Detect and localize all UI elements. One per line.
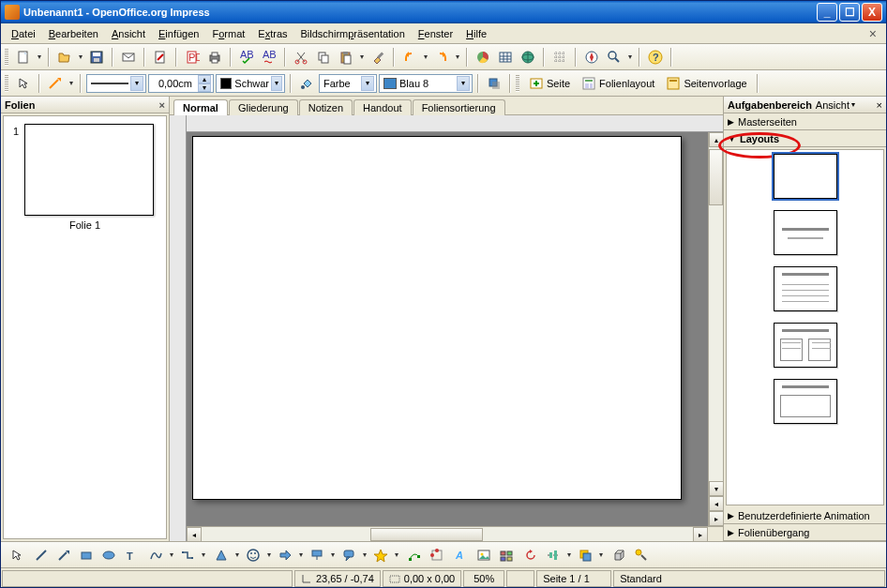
maximize-button[interactable]: ☐ — [839, 3, 860, 22]
menu-edit[interactable]: Bearbeiten — [42, 26, 105, 41]
section-slide-transition[interactable]: ▶Folienübergang — [724, 524, 886, 541]
export-pdf-button[interactable]: PDF — [182, 47, 203, 68]
slide-canvas[interactable] — [192, 136, 682, 500]
layout-title-content[interactable] — [774, 266, 837, 311]
shadow-button[interactable] — [484, 73, 504, 94]
undo-dropdown[interactable]: ▾ — [422, 53, 429, 61]
chart-button[interactable] — [473, 47, 493, 68]
paste-dropdown[interactable]: ▾ — [358, 53, 366, 61]
block-arrows-tool[interactable] — [275, 545, 295, 565]
hyperlink-button[interactable] — [518, 47, 538, 68]
layout-title-only[interactable] — [774, 379, 837, 424]
rotate-tool[interactable] — [520, 545, 541, 565]
basic-shapes-tool[interactable] — [211, 545, 232, 565]
edit-file-button[interactable] — [150, 47, 171, 68]
undo-button[interactable] — [399, 47, 420, 68]
new-button[interactable] — [13, 47, 34, 68]
interaction-tool[interactable] — [631, 545, 652, 565]
extrusion-tool[interactable] — [609, 545, 629, 565]
line-arrow-end-button[interactable] — [45, 73, 66, 94]
tab-notes[interactable]: Notizen — [299, 99, 353, 115]
grid-button[interactable] — [549, 47, 570, 68]
rectangle-tool[interactable] — [76, 545, 97, 565]
stars-tool[interactable] — [370, 545, 391, 565]
slide-thumbnail-1[interactable] — [24, 124, 154, 216]
toolbar-grip[interactable] — [5, 49, 8, 66]
toolbar-grip-2[interactable] — [5, 75, 8, 92]
fill-bucket-button[interactable] — [296, 73, 317, 94]
fontwork-tool[interactable]: A — [451, 545, 472, 565]
redo-button[interactable] — [431, 47, 452, 68]
menu-file[interactable]: Datei — [5, 26, 42, 41]
format-paintbrush-button[interactable] — [368, 47, 388, 68]
fill-mode-combo[interactable]: Farbe ▾ — [319, 74, 377, 93]
symbol-shapes-tool[interactable] — [243, 545, 263, 565]
zoom-button[interactable] — [604, 47, 624, 68]
fill-color-combo[interactable]: Blau 8 ▾ — [379, 74, 473, 93]
tasks-pane-close[interactable]: × — [877, 99, 882, 111]
arrange-tool[interactable] — [575, 545, 595, 565]
status-zoom[interactable]: 50% — [463, 570, 504, 587]
section-master-pages[interactable]: ▶Masterseiten — [724, 113, 886, 130]
redo-dropdown[interactable]: ▾ — [454, 53, 461, 61]
horizontal-scrollbar[interactable]: ◂ ▸ — [187, 526, 723, 541]
line-style-combo[interactable]: ▾ — [86, 74, 146, 93]
menu-window[interactable]: Fenster — [412, 26, 459, 41]
spellcheck-button[interactable]: ABC — [236, 47, 257, 68]
menu-slideshow[interactable]: Bildschirmpräsentation — [294, 26, 412, 41]
autospell-button[interactable]: ABC — [259, 47, 279, 68]
menu-help[interactable]: Hilfe — [459, 26, 493, 41]
line-arrow-dropdown[interactable]: ▾ — [68, 79, 75, 87]
glue-points-tool[interactable] — [427, 545, 447, 565]
menu-extras[interactable]: Extras — [251, 26, 293, 41]
save-button[interactable] — [86, 47, 107, 68]
copy-button[interactable] — [313, 47, 334, 68]
callout-tool[interactable] — [338, 545, 359, 565]
align-tool[interactable] — [543, 545, 564, 565]
tab-normal[interactable]: Normal — [173, 99, 228, 115]
help-button[interactable]: ? — [645, 47, 666, 68]
prev-slide-button[interactable]: ◂ — [709, 496, 724, 511]
close-button[interactable]: X — [862, 3, 882, 22]
vertical-scrollbar[interactable]: ▴ ▾ ◂ ▸ — [708, 132, 723, 526]
points-edit-tool[interactable] — [404, 545, 425, 565]
new-dropdown[interactable]: ▾ — [36, 53, 43, 61]
open-button[interactable] — [54, 47, 75, 68]
curve-tool[interactable] — [145, 545, 166, 565]
line-width-combo[interactable]: 0,00cm ▴▾ — [148, 74, 214, 93]
connector-tool[interactable] — [177, 545, 198, 565]
menu-close-doc[interactable]: × — [864, 26, 882, 41]
layout-title[interactable] — [774, 210, 837, 255]
slides-pane-close[interactable]: × — [159, 99, 165, 111]
minimize-button[interactable]: _ — [817, 3, 837, 22]
zoom-dropdown[interactable]: ▾ — [626, 53, 634, 61]
slide-master-button[interactable]: Seitenvorlage — [661, 73, 751, 94]
text-tool[interactable]: T — [121, 545, 142, 565]
tab-handout[interactable]: Handout — [353, 99, 412, 115]
line-color-combo[interactable]: Schwarz ▾ — [216, 74, 285, 93]
arrow-tool-button[interactable] — [13, 73, 34, 94]
insert-image-tool[interactable] — [474, 545, 494, 565]
toolbar-grip-3[interactable] — [516, 75, 519, 92]
tab-outline[interactable]: Gliederung — [229, 99, 298, 115]
layout-two-content[interactable] — [774, 323, 837, 368]
section-layouts[interactable]: ▼Layouts — [724, 130, 886, 147]
section-custom-animation[interactable]: ▶Benutzerdefinierte Animation — [724, 507, 886, 524]
print-button[interactable] — [204, 47, 225, 68]
cut-button[interactable] — [291, 47, 311, 68]
mail-button[interactable] — [118, 47, 139, 68]
arrow-line-tool[interactable] — [53, 545, 74, 565]
slide-layout-button[interactable]: Folienlayout — [577, 73, 659, 94]
insert-slide-button[interactable]: Seite — [524, 73, 575, 94]
paste-button[interactable] — [336, 47, 356, 68]
menu-format[interactable]: Format — [205, 26, 251, 41]
layout-blank[interactable] — [774, 154, 837, 199]
select-tool[interactable] — [7, 545, 27, 565]
tab-sorter[interactable]: Foliensortierung — [413, 99, 505, 115]
ellipse-tool[interactable] — [98, 545, 119, 565]
gallery-tool[interactable] — [496, 545, 517, 565]
flowchart-tool[interactable] — [307, 545, 327, 565]
tasks-view-dropdown[interactable]: ▾ — [851, 100, 855, 109]
navigator-button[interactable] — [581, 47, 602, 68]
line-tool[interactable] — [31, 545, 52, 565]
